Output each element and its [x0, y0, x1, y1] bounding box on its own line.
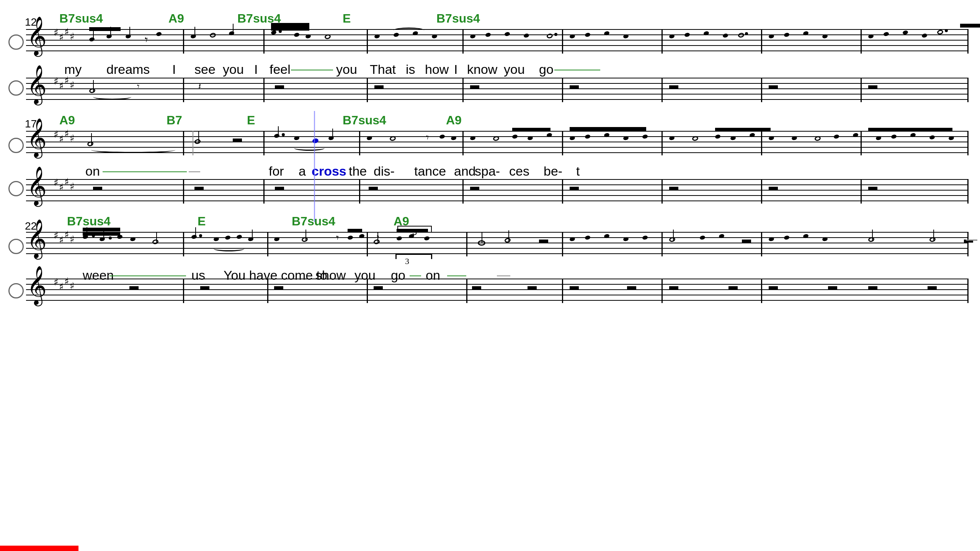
chord-B7sus4-s3m1: B7sus4 — [67, 214, 111, 228]
stem-s3t-2e — [252, 230, 253, 240]
sharp4-s2t: ♯ — [70, 132, 75, 144]
note-s1t-2b — [209, 32, 217, 38]
stem-s3t-2a — [195, 227, 196, 238]
rest-s3b-8 — [769, 286, 778, 289]
note-s3t-8b — [784, 235, 790, 240]
treble-clef-s3t: 𝄞 — [27, 222, 47, 256]
barline-s2b-6 — [662, 179, 663, 204]
note-s2t-6e — [642, 134, 648, 139]
beam-s3t-3 — [348, 229, 362, 233]
loop-btn-s1-bot[interactable] — [8, 80, 24, 96]
barline-s1-5 — [562, 29, 563, 54]
note-s1t-1e — [156, 31, 162, 36]
sheet-music-container: 12 B7sus4 A9 B7sus4 E B7sus4 𝄞 ♯ ♯ ♯ ♯ — [0, 0, 980, 551]
sharp3-s1t: ♯ — [64, 26, 69, 38]
rest-line-2 — [189, 171, 200, 172]
extender-go1 — [554, 70, 600, 70]
rest-s2b-3 — [275, 187, 284, 190]
progress-bar[interactable] — [0, 546, 78, 551]
half-barline-s2t — [193, 131, 193, 155]
rest-dash-s3t-9 — [966, 240, 977, 241]
stem-s3t-5b — [508, 230, 509, 241]
note-s1t-6b — [585, 32, 591, 37]
note-s3t-4a — [373, 239, 381, 245]
chord-A9-s2m5: A9 — [446, 113, 462, 127]
barline-s3t-1 — [183, 232, 184, 256]
treble-clef-s1t: 𝄞 — [27, 19, 47, 53]
rest-s3b-extra4 — [828, 286, 837, 289]
note-s2t-2a — [194, 139, 201, 145]
note-s2t-7c — [715, 134, 721, 139]
loop-btn-s2-top[interactable] — [8, 138, 24, 153]
note-s3t-2c — [225, 235, 231, 240]
beam-s1t-3-1 — [271, 23, 309, 27]
note-s3t-4c — [396, 236, 402, 241]
loop-btn-s3-bot[interactable] — [8, 283, 24, 298]
stem-s3t-1e — [156, 232, 157, 243]
treble-clef-s1b: 𝄞 — [27, 68, 47, 101]
slur-s3t-2 — [214, 246, 244, 251]
treble-clef-s2b: 𝄞 — [27, 169, 47, 203]
barline-s2b-7 — [761, 179, 762, 204]
beam-s1t-1 — [89, 27, 121, 31]
beam-s3t-1-2 — [83, 232, 120, 236]
note-s2t-3a — [274, 133, 280, 138]
chord-B7sus4-s1m5: B7sus4 — [436, 11, 480, 26]
sharp1-s3b: ♯ — [54, 276, 59, 288]
barline-s3b-end — [967, 279, 969, 303]
note-s3t-1e — [152, 239, 159, 245]
dot-s1t-5e — [554, 33, 557, 36]
note-s1t-1a — [89, 37, 95, 42]
sharp1-s1b: ♯ — [54, 75, 59, 87]
rest-s1b-6 — [570, 85, 579, 88]
barline-s2b-5 — [562, 179, 563, 204]
barline-s3b-2 — [267, 279, 268, 303]
chord-B7sus4-s2m4: B7sus4 — [343, 113, 386, 127]
barline-s1b-3 — [367, 78, 368, 102]
slur-s2t-1 — [91, 147, 175, 153]
beam-s2t-6 — [570, 127, 646, 131]
barline-s1-end — [967, 29, 969, 54]
rest-s3b-4 — [374, 286, 383, 289]
note-s1t-5c — [504, 31, 510, 36]
loop-btn-s3-top[interactable] — [8, 239, 24, 254]
triplet-3-label: 3 — [405, 256, 409, 266]
chord-B7sus4-s3m3: B7sus4 — [292, 214, 335, 228]
barline-s1-2 — [263, 29, 265, 54]
rest-s3b-5 — [472, 286, 481, 289]
rest-s3b-extra1 — [528, 286, 537, 289]
barline-s3b-6 — [662, 279, 663, 303]
barline-s2b-4 — [462, 179, 464, 204]
barline-s3t-6 — [662, 232, 663, 256]
sharp4-s3t: ♯ — [70, 233, 75, 245]
sharp2-s2b: ♯ — [59, 181, 64, 193]
chord-A9-s1m2: A9 — [168, 11, 184, 26]
note-s3t-2a — [191, 234, 197, 239]
barline-s2b-3 — [359, 179, 360, 204]
barline-s2t-7 — [761, 131, 762, 155]
barline-s1b-1 — [183, 78, 184, 102]
barline-s1-4 — [462, 29, 464, 54]
beam-s2t-9 — [868, 128, 952, 132]
note-s2t-6b — [585, 134, 591, 139]
rest-s1b-8 — [769, 85, 778, 88]
note-s1t-5e — [546, 33, 554, 39]
beam-s2t-5 — [512, 128, 550, 132]
rest-s3b-1 — [129, 286, 139, 289]
barline-s2t-6 — [662, 131, 663, 155]
sharp1-s2b: ♯ — [54, 177, 59, 189]
rest-s2b-4 — [369, 187, 378, 190]
dot-s1t-9e — [945, 29, 948, 32]
barline-s1-8 — [861, 29, 862, 54]
stem-s2t-2a — [198, 131, 199, 142]
dot-s3t-1b — [109, 236, 112, 240]
note-s3t-6b — [585, 235, 591, 240]
rest-s3b-extra3 — [728, 286, 738, 289]
note-s1t-7e — [738, 32, 745, 38]
barline-s1-3 — [367, 29, 368, 54]
note-s1t-7b — [684, 32, 690, 37]
rest-s3b-6 — [570, 286, 579, 289]
stem-s3t-4a — [377, 232, 378, 243]
loop-btn-s2-bot[interactable] — [8, 181, 24, 196]
loop-btn-s1-top[interactable] — [8, 34, 24, 50]
